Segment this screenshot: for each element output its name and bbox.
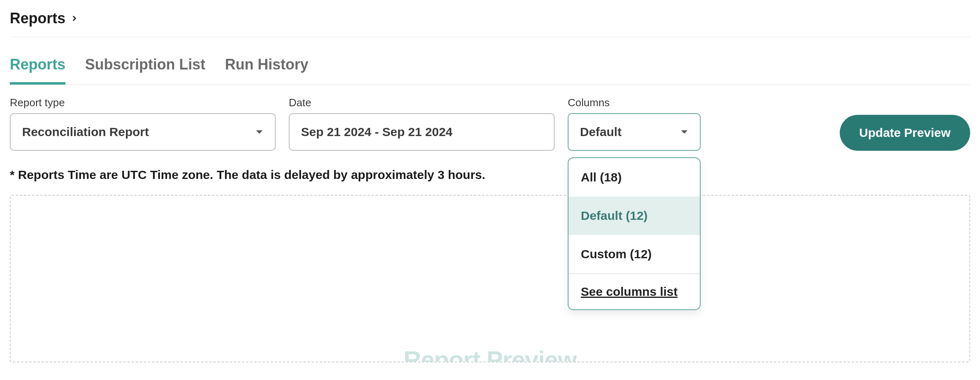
date-label: Date <box>289 96 555 109</box>
report-type-label: Report type <box>10 96 276 109</box>
columns-dropdown-footer: See columns list <box>569 273 700 309</box>
breadcrumb: Reports <box>10 0 970 37</box>
see-columns-list-link[interactable]: See columns list <box>581 285 678 298</box>
report-type-select[interactable]: Reconciliation Report <box>10 113 276 151</box>
timezone-note: * Reports Time are UTC Time zone. The da… <box>10 168 970 182</box>
report-preview-watermark: Report Preview <box>404 346 577 362</box>
chevron-right-icon <box>70 14 79 22</box>
columns-field: Columns Default All (18) Default (12) Cu… <box>568 96 701 151</box>
report-type-value: Reconciliation Report <box>22 125 149 139</box>
tab-reports[interactable]: Reports <box>10 49 65 85</box>
breadcrumb-title[interactable]: Reports <box>10 10 65 27</box>
date-field: Date Sep 21 2024 - Sep 21 2024 <box>289 96 555 151</box>
report-preview-area: Report Preview <box>10 195 970 362</box>
caret-down-icon <box>680 129 688 135</box>
date-range-select[interactable]: Sep 21 2024 - Sep 21 2024 <box>289 113 555 151</box>
tabs: Reports Subscription List Run History <box>10 49 970 85</box>
update-preview-button[interactable]: Update Preview <box>840 115 970 151</box>
columns-option-all[interactable]: All (18) <box>569 158 700 197</box>
columns-option-custom[interactable]: Custom (12) <box>569 235 700 273</box>
report-type-field: Report type Reconciliation Report <box>10 96 276 151</box>
columns-select[interactable]: Default <box>568 113 701 151</box>
columns-label: Columns <box>568 96 701 109</box>
columns-dropdown: All (18) Default (12) Custom (12) See co… <box>568 157 701 310</box>
columns-option-default[interactable]: Default (12) <box>569 197 700 235</box>
tab-subscription-list[interactable]: Subscription List <box>85 49 205 85</box>
caret-down-icon <box>255 129 263 135</box>
filter-row: Report type Reconciliation Report Date S… <box>10 85 970 151</box>
tab-run-history[interactable]: Run History <box>225 49 308 85</box>
columns-value: Default <box>580 125 622 139</box>
date-range-value: Sep 21 2024 - Sep 21 2024 <box>301 125 452 139</box>
